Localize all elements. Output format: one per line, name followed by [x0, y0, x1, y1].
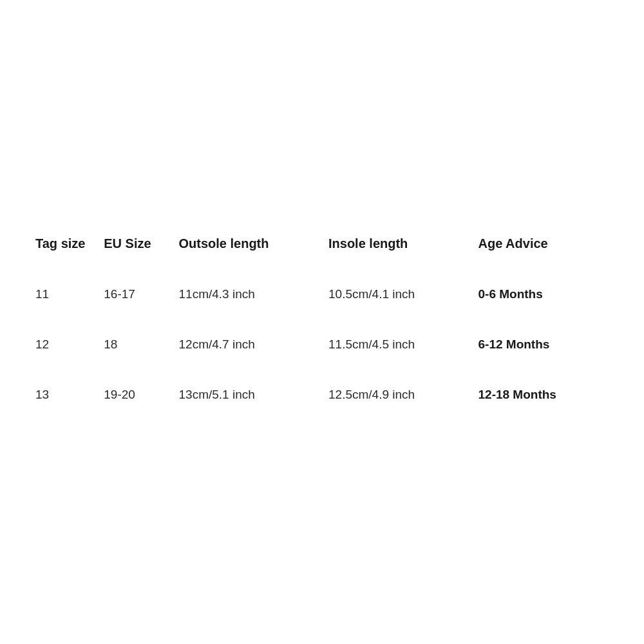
- cell-outsole-length: 12cm/4.7 inch: [173, 319, 323, 370]
- cell-tag-size: 11: [23, 269, 97, 319]
- cell-eu-size: 19-20: [97, 370, 172, 420]
- col-header-eu-size: EU Size: [97, 225, 172, 269]
- size-chart-container: Tag size EU Size Outsole length Insole l…: [16, 212, 628, 433]
- cell-outsole-length: 11cm/4.3 inch: [173, 269, 323, 319]
- cell-insole-length: 12.5cm/4.9 inch: [322, 370, 472, 420]
- cell-insole-length: 10.5cm/4.1 inch: [322, 269, 472, 319]
- size-chart-table: Tag size EU Size Outsole length Insole l…: [23, 225, 621, 420]
- cell-age-advice: 6-12 Months: [472, 319, 622, 370]
- cell-tag-size: 12: [23, 319, 97, 370]
- cell-tag-size: 13: [23, 370, 97, 420]
- cell-eu-size: 16-17: [97, 269, 172, 319]
- col-header-outsole-length: Outsole length: [173, 225, 323, 269]
- cell-insole-length: 11.5cm/4.5 inch: [322, 319, 472, 370]
- table-row: 121812cm/4.7 inch11.5cm/4.5 inch6-12 Mon…: [23, 319, 621, 370]
- table-header-row: Tag size EU Size Outsole length Insole l…: [23, 225, 621, 269]
- table-row: 1116-1711cm/4.3 inch10.5cm/4.1 inch0-6 M…: [23, 269, 621, 319]
- col-header-insole-length: Insole length: [322, 225, 472, 269]
- col-header-age-advice: Age Advice: [472, 225, 622, 269]
- cell-age-advice: 0-6 Months: [472, 269, 622, 319]
- cell-eu-size: 18: [97, 319, 172, 370]
- cell-age-advice: 12-18 Months: [472, 370, 622, 420]
- cell-outsole-length: 13cm/5.1 inch: [173, 370, 323, 420]
- col-header-tag-size: Tag size: [23, 225, 97, 269]
- table-row: 1319-2013cm/5.1 inch12.5cm/4.9 inch12-18…: [23, 370, 621, 420]
